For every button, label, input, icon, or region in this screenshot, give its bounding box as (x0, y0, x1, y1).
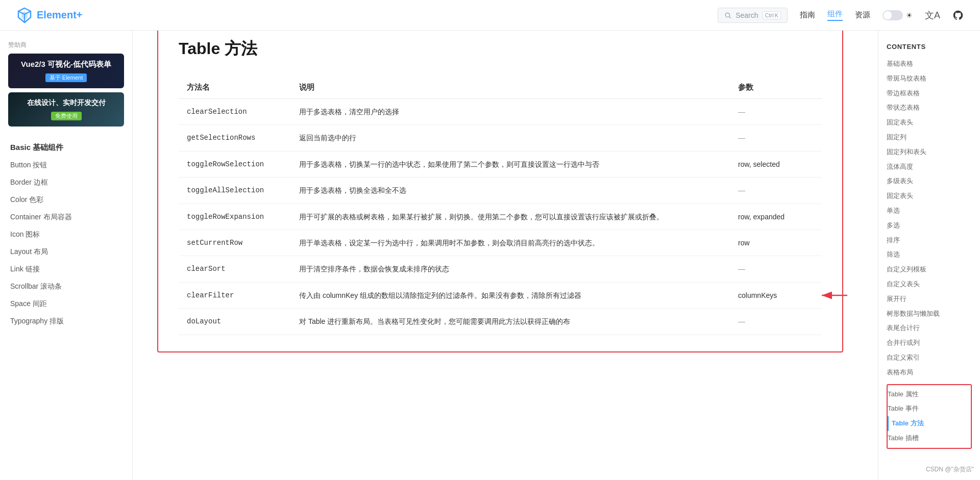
sidebar-item-layout[interactable]: Layout 布局 (0, 243, 132, 261)
banner2-sub: 免费使用 (51, 112, 82, 120)
sidebar-item-color[interactable]: Color 色彩 (0, 191, 132, 209)
sidebar-item-scrollbar[interactable]: Scrollbar 滚动条 (0, 278, 132, 295)
method-params: columnKeys (730, 282, 822, 308)
method-name: doLayout (179, 309, 291, 335)
search-icon (724, 12, 731, 19)
method-name: toggleRowSelection (179, 151, 291, 177)
svg-line-6 (729, 16, 731, 18)
contents-item-10[interactable]: 单选 (887, 204, 972, 218)
table-header-row: 方法名 说明 参数 (179, 77, 822, 99)
sidebar-item-button[interactable]: Button 按钮 (0, 157, 132, 174)
method-desc: 用于清空排序条件，数据会恢复成未排序的状态 (291, 256, 730, 282)
contents-item-21[interactable]: 表格布局 (887, 365, 972, 380)
sponsor-banner1[interactable]: Vue2/3 可视化-低代码表单 基于 Element (8, 54, 124, 88)
method-name: clearFilter (179, 282, 291, 308)
method-name: toggleRowExpansion (179, 204, 291, 230)
table-row: clearSelection 用于多选表格，清空用户的选择 — (179, 99, 822, 125)
banner2-title: 在线设计、实时开发交付 (14, 98, 118, 108)
sidebar-item-link[interactable]: Link 链接 (0, 261, 132, 278)
method-name: toggleAllSelection (179, 178, 291, 204)
svg-point-5 (726, 13, 730, 17)
contents-annotation-box: Table 属性 Table 事件 Table 方法 Table 插槽 (887, 384, 972, 449)
sidebar: 赞助商 Vue2/3 可视化-低代码表单 基于 Element 在线设计、实时开… (0, 31, 133, 449)
method-params: — (730, 309, 822, 335)
contents-item-9[interactable]: 固定表头 (887, 189, 972, 204)
page-title: Table 方法 (179, 38, 822, 60)
main-content: Table 方法 方法名 说明 参数 clearSelection 用于多选表格… (133, 0, 868, 449)
methods-table: 方法名 说明 参数 clearSelection 用于多选表格，清空用户的选择 … (179, 77, 822, 335)
red-arrow-annotation (817, 288, 852, 303)
contents-item-11[interactable]: 多选 (887, 218, 972, 233)
nav-guide[interactable]: 指南 (800, 10, 815, 20)
contents-item-0[interactable]: 基础表格 (887, 57, 972, 71)
logo-text: Element+ (37, 9, 82, 21)
method-desc: 用于多选表格，清空用户的选择 (291, 99, 730, 125)
contents-item-1[interactable]: 带斑马纹表格 (887, 71, 972, 86)
col-header-method: 方法名 (179, 77, 291, 99)
method-desc: 用于多选表格，切换某一行的选中状态，如果使用了第二个参数，则可直接设置这一行选中… (291, 151, 730, 177)
contents-item-17[interactable]: 树形数据与懒加载 (887, 307, 972, 321)
contents-item-15[interactable]: 自定义表头 (887, 277, 972, 292)
nav-components[interactable]: 组件 (827, 9, 843, 21)
lang-switcher[interactable]: 文A (925, 9, 940, 21)
table-row: toggleRowSelection 用于多选表格，切换某一行的选中状态，如果使… (179, 151, 822, 177)
contents-item-18[interactable]: 表尾合计行 (887, 321, 972, 336)
sponsor-label: 赞助商 (8, 41, 124, 49)
table-row: getSelectionRows 返回当前选中的行 — (179, 125, 822, 151)
contents-annotated-2[interactable]: Table 方法 (888, 416, 971, 431)
sidebar-item-typography[interactable]: Typography 排版 (0, 313, 132, 330)
method-params: row (730, 230, 822, 256)
contents-item-16[interactable]: 展开行 (887, 292, 972, 307)
sidebar-item-border[interactable]: Border 边框 (0, 174, 132, 191)
contents-item-7[interactable]: 流体高度 (887, 160, 972, 174)
table-row: doLayout 对 Table 进行重新布局。当表格可见性变化时，您可能需要调… (179, 309, 822, 335)
contents-annotated-0[interactable]: Table 属性 (888, 387, 971, 402)
sponsor-section: 赞助商 Vue2/3 可视化-低代码表单 基于 Element 在线设计、实时开… (0, 41, 132, 135)
sidebar-section-title: Basic 基础组件 (0, 135, 132, 157)
method-params: — (730, 256, 822, 282)
contents-item-6[interactable]: 固定列和表头 (887, 145, 972, 160)
table-row: clearSort 用于清空排序条件，数据会恢复成未排序的状态 — (179, 256, 822, 282)
method-name: getSelectionRows (179, 125, 291, 151)
contents-item-13[interactable]: 筛选 (887, 247, 972, 262)
search-label: Search (736, 11, 758, 19)
method-params: — (730, 125, 822, 151)
contents-item-3[interactable]: 带状态表格 (887, 100, 972, 115)
sidebar-item-icon[interactable]: Icon 图标 (0, 226, 132, 243)
search-shortcut: Ctrl K (763, 11, 781, 19)
method-params: — (730, 99, 822, 125)
banner1-sub: 基于 Element (45, 73, 87, 82)
method-params: row, expanded (730, 204, 822, 230)
github-icon[interactable] (952, 10, 964, 21)
method-desc: 传入由 columnKey 组成的数组以清除指定列的过滤条件。如果没有参数，清除… (291, 282, 730, 308)
method-desc: 用于单选表格，设定某一行为选中行，如果调用时不加参数，则会取消目前高亮行的选中状… (291, 230, 730, 256)
col-header-desc: 说明 (291, 77, 730, 99)
theme-toggle[interactable]: ☀ (883, 10, 913, 20)
nav-resources[interactable]: 资源 (855, 10, 870, 20)
contents-title: CONTENTS (887, 43, 972, 50)
method-params: row, selected (730, 151, 822, 177)
method-desc: 对 Table 进行重新布局。当表格可见性变化时，您可能需要调用此方法以获得正确… (291, 309, 730, 335)
header-nav: Search Ctrl K 指南 组件 资源 ☀ 文A (718, 8, 964, 23)
sidebar-item-space[interactable]: Space 间距 (0, 295, 132, 313)
search-bar[interactable]: Search Ctrl K (718, 8, 788, 23)
contents-item-4[interactable]: 固定表头 (887, 115, 972, 130)
sidebar-item-container[interactable]: Container 布局容器 (0, 209, 132, 226)
contents-item-5[interactable]: 固定列 (887, 130, 972, 145)
contents-item-12[interactable]: 排序 (887, 233, 972, 248)
contents-item-14[interactable]: 自定义列模板 (887, 262, 972, 277)
contents-annotated-1[interactable]: Table 事件 (888, 401, 971, 416)
sponsor-banner2[interactable]: 在线设计、实时开发交付 免费使用 (8, 92, 124, 127)
contents-item-2[interactable]: 带边框表格 (887, 86, 972, 101)
contents-annotated-3[interactable]: Table 插槽 (888, 431, 971, 446)
banner1-title: Vue2/3 可视化-低代码表单 (14, 60, 118, 69)
contents-item-20[interactable]: 自定义索引 (887, 350, 972, 365)
method-desc: 用于多选表格，切换全选和全不选 (291, 178, 730, 204)
logo[interactable]: Element+ (16, 7, 82, 23)
contents-item-19[interactable]: 合并行或列 (887, 336, 972, 350)
right-sidebar: CONTENTS 基础表格 带斑马纹表格 带边框表格 带状态表格 固定表头 固定… (878, 31, 980, 449)
contents-item-8[interactable]: 多级表头 (887, 174, 972, 189)
table-row: toggleRowExpansion 用于可扩展的表格或树表格，如果某行被扩展，… (179, 204, 822, 230)
table-row: setCurrentRow 用于单选表格，设定某一行为选中行，如果调用时不加参数… (179, 230, 822, 256)
header: Element+ Search Ctrl K 指南 组件 资源 ☀ 文A (0, 0, 980, 31)
